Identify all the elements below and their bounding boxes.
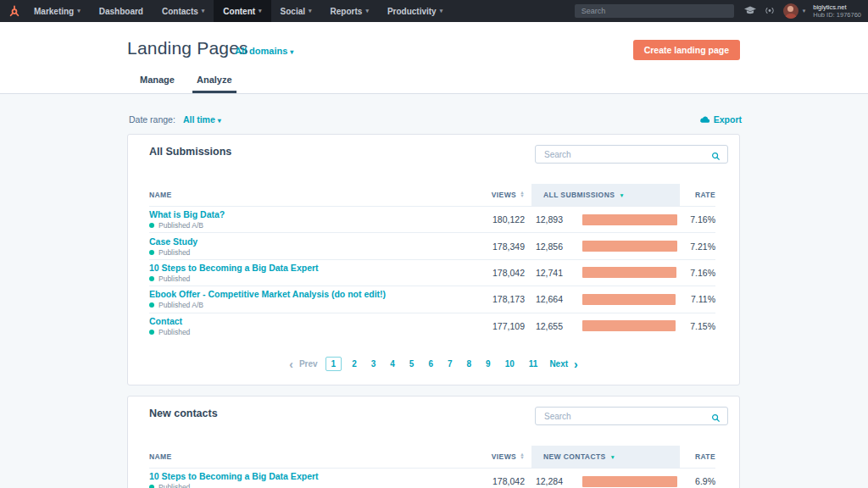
broadcast-icon[interactable] [764,3,776,19]
nav-item-reports[interactable]: Reports▾ [321,0,378,22]
status-label: Published A/B [159,221,203,230]
page-header: Landing Pages All domains▾ Create landin… [0,22,868,94]
account-domain: biglytics.net [813,3,861,11]
tabs: Manage Analyze [140,75,232,93]
page-6-button[interactable]: 6 [424,357,437,371]
bar-cell [563,476,680,487]
status: Published [149,274,419,283]
submissions-rows: What is Big Data?Published A/B180,12212,… [149,206,715,339]
cloud-download-icon [699,115,710,124]
date-range-value: All time [183,114,215,125]
sprocket-icon[interactable] [8,5,20,17]
page-5-button[interactable]: 5 [405,357,419,371]
page-link[interactable]: 10 Steps to Becoming a Big Data Expert [149,471,419,481]
tab-analyze[interactable]: Analyze [197,75,232,93]
status: Published A/B [149,221,419,230]
name-cell: ContactPublished [149,316,419,336]
name-cell: Case StudyPublished [149,236,419,257]
page-2-button[interactable]: 2 [348,357,361,371]
published-dot [149,485,154,488]
name-cell: 10 Steps to Becoming a Big Data ExpertPu… [149,471,419,488]
page-link[interactable]: Ebook Offer - Competitive Market Analysi… [149,289,419,299]
column-header-views[interactable]: VIEWS ▲▼ [419,191,525,199]
published-dot [149,302,154,308]
export-button[interactable]: Export [699,114,742,125]
tab-manage[interactable]: Manage [140,75,175,93]
page-9-button[interactable]: 9 [481,357,495,371]
submissions-search-input[interactable] [535,145,728,164]
next-button[interactable]: Next [549,359,568,369]
account-info[interactable]: biglytics.net Hub ID: 1976760 [813,3,861,19]
date-range-dropdown[interactable]: All time▾ [183,114,221,125]
rate-value: 7.16% [680,268,715,278]
views-value: 178,042 [419,268,525,278]
nav-item-marketing[interactable]: Marketing▾ [25,0,90,22]
page-10-button[interactable]: 10 [501,357,519,371]
bar-cell [563,241,680,252]
page-3-button[interactable]: 3 [367,357,381,371]
submissions-header-label: ALL SUBMISSIONS [543,191,615,199]
submissions-bar [582,294,676,305]
views-header-label: VIEWS [492,191,516,199]
status-label: Published [159,274,190,283]
prev-button[interactable]: Prev [299,359,318,369]
submissions-value: 12,893 [525,214,563,225]
column-header-views[interactable]: VIEWS ▲▼ [419,452,525,461]
new-contacts-card: New contacts NAME VIEWS ▲▼ NEW CONTACTS … [127,396,740,488]
chevron-down-icon: ▾ [259,8,262,14]
nav-item-label: Content [223,7,255,16]
submissions-search [535,145,728,164]
nav-item-contacts[interactable]: Contacts▾ [153,0,214,22]
nav-item-label: Marketing [34,7,74,16]
page-7-button[interactable]: 7 [443,357,457,371]
next-chevron-icon[interactable]: › [574,360,578,369]
contacts-bar [582,476,677,487]
column-header-all-submissions[interactable]: ALL SUBMISSIONS ▼ [531,184,680,206]
page-1-button[interactable]: 1 [326,357,342,371]
nav-items: Marketing▾DashboardContacts▾Content▾Soci… [25,0,452,22]
graduation-cap-icon[interactable] [744,3,756,19]
global-search-input[interactable] [575,4,734,18]
chevron-down-icon: ▾ [202,8,205,14]
submissions-value: 12,664 [525,294,563,304]
column-header-rate[interactable]: RATE [680,452,715,461]
column-header-name[interactable]: NAME [149,452,419,461]
avatar[interactable] [783,3,798,19]
page-link[interactable]: What is Big Data? [149,209,419,219]
nav-item-social[interactable]: Social▾ [271,0,321,22]
chevron-down-icon: ▾ [365,8,369,14]
nav-item-label: Reports [331,7,363,16]
nav-item-productivity[interactable]: Productivity▾ [378,0,452,22]
nav-item-dashboard[interactable]: Dashboard [90,0,153,22]
column-header-rate[interactable]: RATE [680,191,715,199]
status: Published [149,248,419,257]
magnifier-icon[interactable] [711,411,721,426]
pagination: ‹Prev1234567891011Next› [128,357,739,371]
column-header-name[interactable]: NAME [149,191,419,199]
nav-item-label: Productivity [387,7,437,16]
views-value: 180,122 [419,214,525,225]
page-8-button[interactable]: 8 [463,357,476,371]
page-link[interactable]: Case Study [149,236,419,247]
column-header-new-contacts[interactable]: NEW CONTACTS ▼ [531,446,680,468]
card-header: All Submissions [128,135,739,184]
page-4-button[interactable]: 4 [386,357,399,371]
prev-chevron-icon[interactable]: ‹ [289,360,293,369]
domain-filter-dropdown[interactable]: All domains▾ [235,46,293,56]
chevron-down-icon: ▾ [218,117,221,125]
submissions-table: NAME VIEWS ▲▼ ALL SUBMISSIONS ▼ RATE Wha… [149,184,715,339]
page-link[interactable]: Contact [149,316,419,326]
status-label: Published [159,328,190,336]
report-toolbar: Date range: All time▾ Export [129,114,742,125]
published-dot [149,276,154,281]
rate-value: 7.11% [680,294,715,304]
export-label: Export [714,114,742,125]
page-11-button[interactable]: 11 [525,357,542,371]
views-value: 178,349 [419,241,525,252]
page-link[interactable]: 10 Steps to Becoming a Big Data Expert [149,263,419,273]
contacts-search-input[interactable] [535,407,728,425]
nav-item-content[interactable]: Content▾ [214,0,270,22]
magnifier-icon[interactable] [711,149,721,164]
chevron-down-icon[interactable]: ▾ [803,8,806,14]
create-landing-page-button[interactable]: Create landing page [633,40,740,60]
